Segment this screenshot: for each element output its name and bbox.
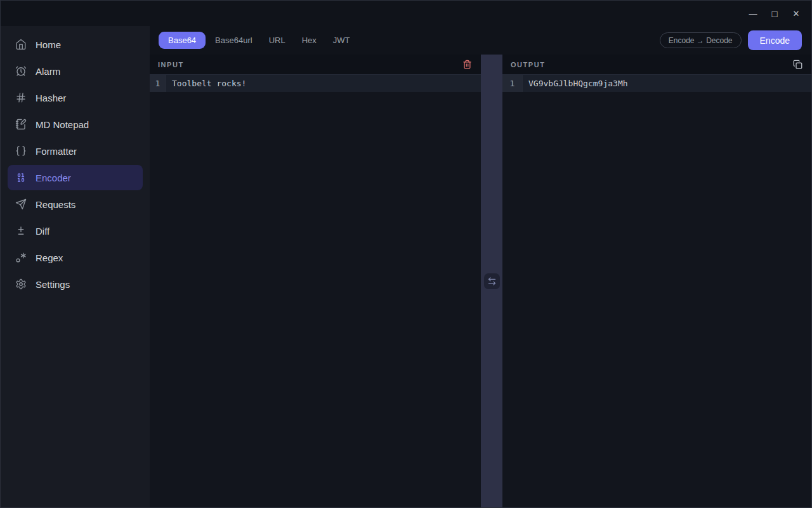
input-panel: INPUT 1 Toolbelt rocks! — [150, 55, 481, 507]
close-button[interactable]: ✕ — [785, 4, 807, 23]
input-line-text[interactable]: Toolbelt rocks! — [166, 75, 481, 92]
trash-icon[interactable] — [461, 59, 473, 70]
sidebar-item-label: Encoder — [36, 173, 71, 183]
output-panel: OUTPUT 1 VG9vbGJlbHQgcm9ja3Mh — [502, 55, 811, 507]
tab-jwt[interactable]: JWT — [326, 32, 357, 49]
sidebar-item-label: Alarm — [36, 66, 60, 77]
sidebar-item-home[interactable]: Home — [8, 32, 143, 57]
encode-button[interactable]: Encode — [748, 30, 802, 50]
minimize-button[interactable]: — — [742, 4, 764, 23]
sidebar: Home Alarm Hasher MD Notepad — [1, 26, 150, 507]
codec-tabs: Base64 Base64url URL Hex JWT — [159, 32, 357, 49]
braces-icon — [15, 145, 27, 157]
regex-icon — [15, 252, 27, 263]
tab-url[interactable]: URL — [262, 32, 292, 49]
sidebar-item-encoder[interactable]: Encoder — [8, 165, 143, 190]
panel-splitter[interactable] — [481, 55, 502, 507]
tab-hex[interactable]: Hex — [295, 32, 324, 49]
output-line-1: 1 VG9vbGJlbHQgcm9ja3Mh — [502, 75, 811, 92]
hash-icon — [15, 92, 27, 103]
tab-base64url[interactable]: Base64url — [208, 32, 259, 49]
main-area: Base64 Base64url URL Hex JWT Encode → De… — [150, 26, 811, 507]
sidebar-item-label: Regex — [36, 252, 63, 263]
toolbar: Base64 Base64url URL Hex JWT Encode → De… — [150, 26, 811, 55]
binary-icon — [15, 172, 27, 183]
sidebar-item-label: Diff — [36, 226, 49, 237]
alarm-clock-icon — [15, 65, 27, 77]
mode-toggle-button[interactable]: Encode → Decode — [660, 32, 742, 48]
input-line-number: 1 — [150, 75, 166, 92]
app-window: — □ ✕ Home Alarm Hasher — [0, 0, 812, 508]
sidebar-item-settings[interactable]: Settings — [8, 271, 143, 297]
output-panel-header: OUTPUT — [502, 55, 811, 75]
sidebar-item-alarm[interactable]: Alarm — [8, 58, 143, 84]
sidebar-item-label: Hasher — [36, 93, 66, 103]
sidebar-item-regex[interactable]: Regex — [8, 245, 143, 270]
output-line-number: 1 — [502, 75, 523, 92]
send-icon — [15, 199, 27, 210]
titlebar: — □ ✕ — [1, 1, 811, 26]
gear-icon — [15, 278, 27, 290]
copy-icon[interactable] — [792, 59, 803, 70]
input-editor[interactable]: 1 Toolbelt rocks! — [150, 75, 481, 507]
arrow-left-right-icon — [487, 277, 497, 286]
sidebar-item-hasher[interactable]: Hasher — [8, 85, 143, 110]
swap-panels-button[interactable] — [484, 273, 500, 289]
sidebar-item-diff[interactable]: Diff — [8, 218, 143, 244]
input-line-1: 1 Toolbelt rocks! — [150, 75, 481, 92]
output-panel-title: OUTPUT — [511, 61, 545, 68]
toolbar-actions: Encode → Decode Encode — [660, 30, 802, 50]
tab-base64[interactable]: Base64 — [159, 32, 206, 49]
sidebar-item-label: MD Notepad — [36, 119, 89, 130]
sidebar-item-label: Requests — [36, 199, 75, 210]
sidebar-item-label: Home — [36, 39, 61, 50]
sidebar-item-requests[interactable]: Requests — [8, 192, 143, 217]
sidebar-item-label: Settings — [36, 279, 70, 290]
sidebar-item-formatter[interactable]: Formatter — [8, 138, 143, 164]
output-editor[interactable]: 1 VG9vbGJlbHQgcm9ja3Mh — [502, 75, 811, 507]
sidebar-item-md-notepad[interactable]: MD Notepad — [8, 112, 143, 137]
diff-icon — [15, 225, 27, 237]
maximize-button[interactable]: □ — [764, 4, 785, 23]
input-panel-header: INPUT — [150, 55, 481, 75]
home-icon — [15, 39, 27, 50]
input-panel-title: INPUT — [158, 61, 184, 68]
workspace: INPUT 1 Toolbelt rocks! — [150, 55, 811, 507]
sidebar-item-label: Formatter — [36, 146, 77, 157]
output-line-text[interactable]: VG9vbGJlbHQgcm9ja3Mh — [523, 75, 811, 92]
notebook-pen-icon — [15, 119, 27, 130]
